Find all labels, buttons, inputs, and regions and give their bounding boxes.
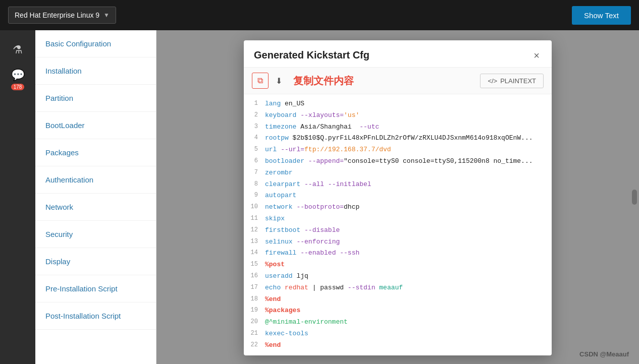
line-number: 11 [244,214,265,223]
nav-item-bootloader[interactable]: BootLoader [35,112,156,139]
table-row: 22%end [244,340,552,351]
table-row: 3timezone Asia/Shanghai --utc [244,122,552,133]
line-content: useradd ljq [265,271,308,282]
table-row: 8clearpart --all --initlabel [244,179,552,191]
table-row: 17echo redhat | passwd --stdin meaauf [244,282,552,294]
line-content: firstboot --disable [265,225,340,236]
line-number: 4 [244,133,265,143]
download-button[interactable]: ⬇ [271,73,287,89]
line-number: 22 [244,340,265,350]
line-number: 17 [244,283,265,292]
nav-item-post-install[interactable]: Post-Installation Script [35,302,156,330]
line-number: 13 [244,237,265,247]
line-content: %end [265,340,281,351]
nav-item-basic-config[interactable]: Basic Configuration [35,30,156,57]
comment-badge: 178 [11,84,25,90]
line-content: kexec-tools [265,329,308,339]
nav-item-installation[interactable]: Installation [35,57,156,85]
table-row: 14firewall --enabled --ssh [244,248,552,259]
top-bar-left: Red Hat Enterprise Linux 9 ▼ [8,7,116,24]
line-number: 14 [244,248,265,258]
plaintext-button[interactable]: </> PLAINTEXT [480,74,544,88]
line-content: bootloader --append="console=ttyS0 conso… [265,156,533,167]
table-row: 9autopart [244,190,552,202]
table-row: 13selinux --enforcing [244,236,552,248]
line-content: echo redhat | passwd --stdin meaauf [265,283,403,293]
nav-item-authentication[interactable]: Authentication [35,166,156,194]
line-number: 12 [244,225,265,235]
distro-selector[interactable]: Red Hat Enterprise Linux 9 ▼ [8,7,116,24]
modal-title: Generated Kickstart Cfg [254,49,369,61]
line-content: zerombr [265,168,293,178]
table-row: 10network --bootproto=dhcp [244,202,552,213]
chevron-down-icon: ▼ [103,12,110,19]
line-number: 18 [244,294,265,304]
download-icon: ⬇ [276,77,282,85]
table-row: 12firstboot --disable [244,225,552,236]
modal-overlay: Generated Kickstart Cfg × ⧉ ⬇ 复制文件内容 </>… [156,30,639,364]
line-content: autopart [265,191,296,201]
table-row: 4rootpw $2b$10$Q.pyrFiL48xPFnLDLZh2rOfW/… [244,133,552,144]
line-number: 3 [244,122,265,132]
code-icon: </> [488,77,497,85]
modal-dialog: Generated Kickstart Cfg × ⧉ ⬇ 复制文件内容 </>… [244,40,552,355]
plaintext-label: PLAINTEXT [500,77,536,85]
modal-toolbar: ⧉ ⬇ 复制文件内容 </> PLAINTEXT [244,68,552,94]
nav-item-security[interactable]: Security [35,221,156,248]
line-number: 15 [244,260,265,269]
line-number: 19 [244,306,265,315]
line-number: 10 [244,202,265,212]
line-content: %packages [265,306,300,316]
table-row: 20@^minimal-environment [244,317,552,328]
distro-label: Red Hat Enterprise Linux 9 [15,11,99,19]
content-area: Generated Kickstart Cfg × ⧉ ⬇ 复制文件内容 </>… [156,30,639,364]
line-content: keyboard --xlayouts='us' [265,110,359,121]
line-content: @^minimal-environment [265,317,348,328]
nav-item-packages[interactable]: Packages [35,139,156,166]
nav-item-pre-install[interactable]: Pre-Installation Script [35,275,156,302]
nav-item-partition[interactable]: Partition [35,85,156,112]
line-number: 2 [244,110,265,120]
table-row: 19%packages [244,305,552,317]
line-content: rootpw $2b$10$Q.pyrFiL48xPFnLDLZh2rOfW/z… [265,133,533,144]
table-row: 15%post [244,259,552,271]
sidebar-item-comments[interactable]: 💬 178 [0,64,35,95]
comment-icon: 💬 [11,69,25,82]
table-row: 18%end [244,294,552,306]
line-content: %post [265,260,285,270]
sidebar-item-flask[interactable]: ⚗ [0,38,35,62]
line-content: skipx [265,214,285,224]
show-text-button[interactable]: Show Text [572,6,631,25]
nav-item-display[interactable]: Display [35,248,156,275]
line-content: url --url=ftp://192.168.37.7/dvd [265,145,391,155]
nav-sidebar: Basic Configuration Installation Partiti… [35,30,156,364]
table-row: 16useradd ljq [244,271,552,282]
line-content: %end [265,294,281,305]
line-number: 6 [244,156,265,166]
table-row: 1lang en_US [244,98,552,110]
line-number: 1 [244,99,265,108]
table-row: 6bootloader --append="console=ttyS0 cons… [244,156,552,167]
copy-button[interactable]: ⧉ [252,73,269,89]
line-number: 16 [244,271,265,281]
nav-item-network[interactable]: Network [35,194,156,221]
modal-header: Generated Kickstart Cfg × [244,40,552,68]
table-row: 7zerombr [244,167,552,179]
line-content: firewall --enabled --ssh [265,248,359,259]
main-content: ⚗ 💬 178 Basic Configuration Installation… [0,30,639,364]
line-number: 8 [244,179,265,189]
table-row: 2keyboard --xlayouts='us' [244,110,552,122]
table-row: 21kexec-tools [244,328,552,340]
top-bar: Red Hat Enterprise Linux 9 ▼ Show Text [0,0,639,30]
line-content: network --bootproto=dhcp [265,202,359,213]
line-number: 9 [244,191,265,200]
line-content: clearpart --all --initlabel [265,179,371,190]
line-number: 20 [244,317,265,327]
modal-close-button[interactable]: × [531,50,542,60]
table-row: 11skipx [244,213,552,225]
line-content: selinux --enforcing [265,237,340,248]
line-number: 21 [244,329,265,338]
line-content: timezone Asia/Shanghai --utc [265,122,379,133]
code-viewer[interactable]: 1lang en_US2keyboard --xlayouts='us'3tim… [244,94,552,355]
icon-sidebar: ⚗ 💬 178 [0,30,35,364]
